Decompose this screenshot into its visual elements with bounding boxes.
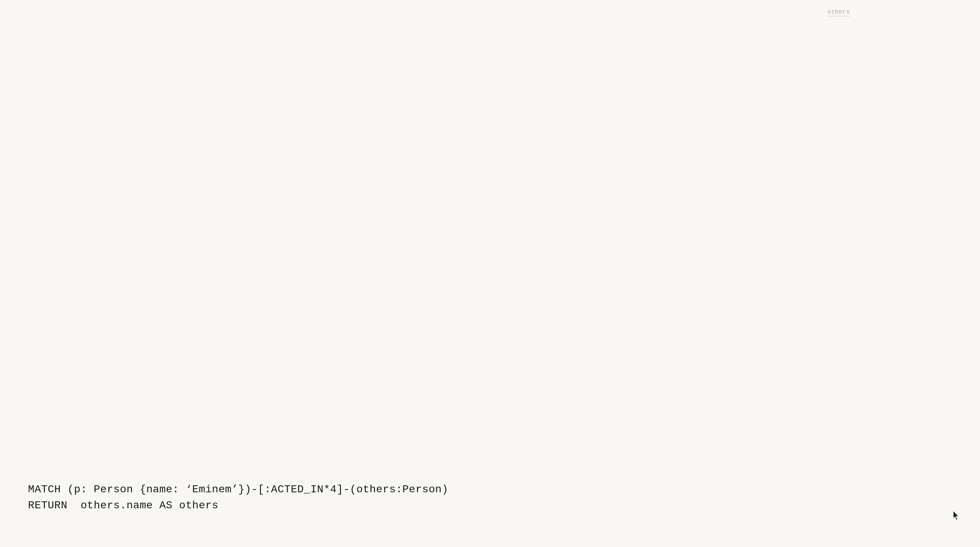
code-block: MATCH (p: Person {name: ‘Eminem’})-[:ACT… — [28, 482, 448, 514]
code-line-2: RETURN others.name AS others — [28, 498, 448, 514]
cursor-icon — [953, 511, 960, 520]
mouse-cursor — [953, 511, 960, 520]
svg-marker-0 — [953, 511, 958, 520]
page-container: others MATCH (p: Person {name: ‘Eminem’}… — [0, 0, 980, 547]
others-label: others — [827, 9, 850, 16]
code-line-1: MATCH (p: Person {name: ‘Eminem’})-[:ACT… — [28, 482, 448, 498]
